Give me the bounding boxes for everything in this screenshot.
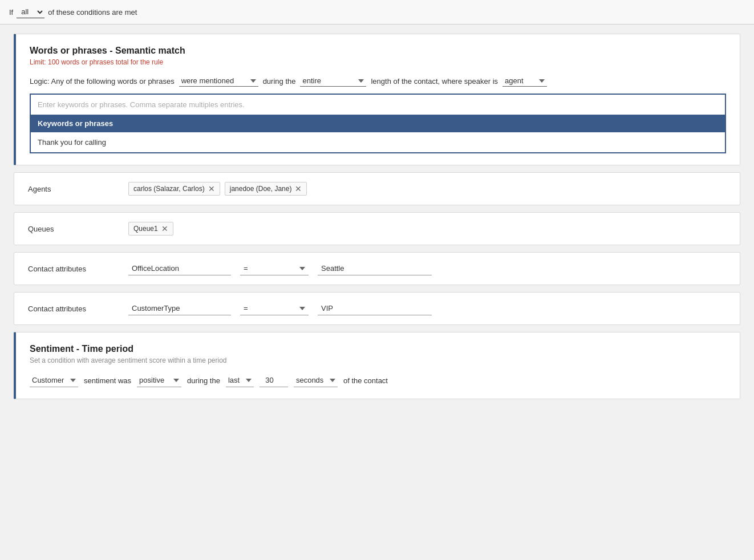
logic-row: Logic: Any of the following words or phr… <box>30 75 726 87</box>
condition-select[interactable]: all any <box>17 6 44 18</box>
agents-label: Agents <box>28 185 119 193</box>
contact-attr-operator-2[interactable]: = != contains starts with <box>240 302 309 315</box>
contact-attr-label-2: Contact attributes <box>28 305 119 313</box>
contact-attr-value-2[interactable] <box>318 302 432 315</box>
agent-select[interactable]: agent customer both <box>502 75 547 87</box>
contact-attr-field-2[interactable] <box>128 302 231 315</box>
keywords-list: Thank you for calling <box>31 132 725 152</box>
keyword-input-area: Keywords or phrases Thank you for callin… <box>30 94 726 153</box>
tag-queue1-text: Queue1 <box>133 225 158 233</box>
queues-tags: Queue1 ✕ <box>128 222 726 236</box>
conditions-suffix: of these conditions are met <box>48 8 137 17</box>
if-label: If <box>9 8 13 17</box>
tag-carlos: carlos (Salazar, Carlos) ✕ <box>128 182 220 196</box>
logic-prefix: Logic: Any of the following words or phr… <box>30 77 175 86</box>
length-text: length of the contact, where speaker is <box>371 77 498 86</box>
sentiment-score-select[interactable]: positive negative neutral <box>137 374 181 387</box>
contact-attr-row-2: Contact attributes = != contains starts … <box>14 292 740 325</box>
were-mentioned-select[interactable]: were mentioned were not mentioned <box>179 75 258 87</box>
contact-attr-row-1: Contact attributes = != contains starts … <box>14 252 740 285</box>
sentiment-row: Customer Agent Both sentiment was positi… <box>30 374 726 387</box>
sentiment-number-input[interactable] <box>260 374 288 387</box>
sentiment-subtitle: Set a condition with average sentiment s… <box>30 356 726 364</box>
during-the-label: during the <box>263 77 296 86</box>
tag-queue1: Queue1 ✕ <box>128 222 173 236</box>
keywords-header: Keywords or phrases <box>31 115 725 132</box>
semantic-match-card: Words or phrases - Semantic match Limit:… <box>14 34 740 165</box>
sentiment-unit-select[interactable]: seconds minutes <box>294 374 338 387</box>
contact-attr-label-1: Contact attributes <box>28 265 119 273</box>
sentiment-duration-select[interactable]: last first <box>226 374 254 387</box>
tag-carlos-remove[interactable]: ✕ <box>208 185 215 193</box>
of-contact-label: of the contact <box>343 376 388 385</box>
tag-carlos-text: carlos (Salazar, Carlos) <box>133 185 205 193</box>
entire-select[interactable]: entire first 30 seconds last 30 seconds <box>300 75 366 87</box>
agents-tags: carlos (Salazar, Carlos) ✕ janedoe (Doe,… <box>128 182 726 196</box>
tag-janedoe-text: janedoe (Doe, Jane) <box>230 185 292 193</box>
agents-row: Agents carlos (Salazar, Carlos) ✕ janedo… <box>14 172 740 205</box>
sentiment-card: Sentiment - Time period Set a condition … <box>14 332 740 399</box>
during-the-sentiment-label: during the <box>187 376 220 385</box>
semantic-subtitle: Limit: 100 words or phrases total for th… <box>30 58 726 66</box>
sentiment-was-label: sentiment was <box>84 376 131 385</box>
contact-attr-operator-1[interactable]: = != contains starts with <box>240 262 309 275</box>
queues-label: Queues <box>28 225 119 233</box>
keyword-input[interactable] <box>31 95 725 115</box>
sentiment-title: Sentiment - Time period <box>30 344 726 354</box>
keyword-entry: Thank you for calling <box>38 138 106 147</box>
semantic-title: Words or phrases - Semantic match <box>30 46 726 56</box>
tag-queue1-remove[interactable]: ✕ <box>161 225 168 233</box>
sentiment-speaker-select[interactable]: Customer Agent Both <box>30 374 78 387</box>
queues-row: Queues Queue1 ✕ <box>14 212 740 245</box>
top-bar: If all any of these conditions are met <box>0 0 754 25</box>
tag-janedoe-remove[interactable]: ✕ <box>295 185 302 193</box>
tag-janedoe: janedoe (Doe, Jane) ✕ <box>225 182 307 196</box>
contact-attr-field-1[interactable] <box>128 262 231 275</box>
contact-attr-value-1[interactable] <box>318 262 432 275</box>
